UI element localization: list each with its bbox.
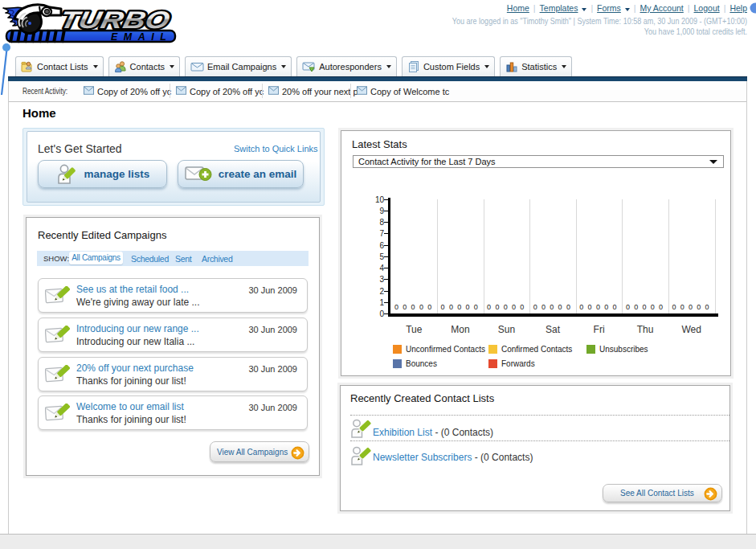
svg-text:TURBO: TURBO xyxy=(58,7,173,34)
